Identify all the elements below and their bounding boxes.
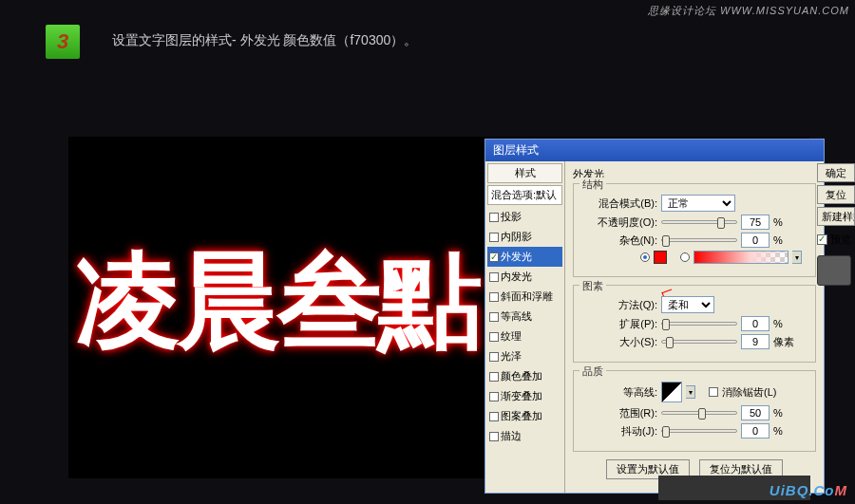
contour-dropdown[interactable]: ▾	[686, 385, 695, 399]
style-checkbox[interactable]	[489, 233, 499, 242]
contour-picker[interactable]	[661, 382, 682, 402]
style-label: 图案叠加	[501, 409, 542, 423]
size-label: 大小(S):	[583, 335, 657, 349]
quality-group: 品质 等高线: ▾ 消除锯齿(L) 范围(R): % 抖动(J):	[573, 370, 816, 452]
gradient-radio[interactable]	[680, 252, 690, 262]
dialog-right-buttons: 确定 复位 新建样式 预览	[817, 163, 855, 286]
opacity-label: 不透明度(O):	[583, 215, 657, 230]
contour-label: 等高线:	[583, 385, 657, 400]
spread-slider[interactable]	[661, 322, 737, 326]
px-unit: 像素	[773, 335, 794, 349]
percent-unit: %	[773, 318, 783, 329]
range-input[interactable]	[741, 405, 770, 420]
percent-unit: %	[773, 425, 783, 437]
style-item-纹理[interactable]: 纹理	[487, 327, 562, 346]
preview-label: 预览	[830, 233, 851, 247]
dialog-title: 图层样式	[485, 140, 824, 161]
jitter-input[interactable]	[741, 423, 770, 439]
style-label: 光泽	[501, 349, 522, 364]
style-item-颜色叠加[interactable]: 颜色叠加	[487, 366, 562, 386]
style-label: 外发光	[501, 250, 532, 264]
opacity-slider[interactable]	[661, 220, 737, 224]
spread-input[interactable]	[741, 316, 770, 331]
spread-label: 扩展(P):	[583, 317, 657, 331]
style-label: 斜面和浮雕	[501, 289, 553, 304]
watermark-bottom: UiBQ.CoM	[770, 482, 847, 498]
style-label: 内阴影	[501, 230, 532, 244]
style-checkbox[interactable]	[489, 412, 499, 421]
style-item-等高线[interactable]: 等高线	[487, 307, 562, 327]
style-checkbox[interactable]	[489, 252, 499, 262]
style-item-描边[interactable]: 描边	[487, 426, 562, 446]
preview-checkbox[interactable]	[817, 234, 827, 245]
elements-group: 图素 方法(Q): 柔和 扩展(P): % 大小(S): 像素	[573, 285, 816, 363]
style-checkbox[interactable]	[489, 352, 499, 362]
style-item-渐变叠加[interactable]: 渐变叠加	[487, 386, 562, 406]
styles-header[interactable]: 样式	[487, 163, 562, 183]
ok-button[interactable]: 确定	[817, 163, 855, 182]
style-label: 渐变叠加	[501, 389, 542, 403]
preview-swatch	[817, 255, 851, 286]
style-checkbox[interactable]	[489, 213, 499, 222]
style-item-外发光[interactable]: 外发光	[487, 247, 562, 267]
step-number-badge: 3	[46, 25, 80, 59]
antialias-label: 消除锯齿(L)	[722, 385, 776, 400]
styles-list: 样式 混合选项:默认 投影内阴影外发光内发光斜面和浮雕等高线纹理光泽颜色叠加渐变…	[485, 161, 565, 493]
layer-style-dialog: 图层样式 样式 混合选项:默认 投影内阴影外发光内发光斜面和浮雕等高线纹理光泽颜…	[484, 139, 825, 494]
method-select[interactable]: 柔和	[661, 296, 714, 313]
antialias-checkbox[interactable]	[709, 387, 718, 397]
watermark-top: 思缘设计论坛 WWW.MISSYUAN.COM	[648, 4, 849, 18]
panel-title: 外发光	[573, 167, 816, 181]
style-item-光泽[interactable]: 光泽	[487, 346, 562, 366]
range-slider[interactable]	[661, 411, 737, 415]
method-label: 方法(Q):	[583, 298, 657, 312]
style-checkbox[interactable]	[489, 372, 499, 382]
style-item-内阴影[interactable]: 内阴影	[487, 227, 562, 247]
jitter-label: 抖动(J):	[583, 424, 657, 439]
step-instruction: 设置文字图层的样式- 外发光 颜色数值（f70300）。	[112, 32, 417, 49]
structure-label: 结构	[580, 177, 606, 192]
new-style-button[interactable]: 新建样式	[817, 207, 855, 226]
style-checkbox[interactable]	[489, 292, 499, 302]
style-item-内发光[interactable]: 内发光	[487, 267, 562, 287]
style-item-投影[interactable]: 投影	[487, 207, 562, 227]
style-label: 等高线	[501, 309, 532, 324]
style-label: 投影	[501, 210, 522, 224]
cancel-button[interactable]: 复位	[817, 185, 855, 204]
style-checkbox[interactable]	[489, 332, 499, 342]
style-label: 纹理	[501, 329, 522, 344]
style-label: 颜色叠加	[501, 369, 542, 383]
outer-glow-panel: 外发光 结构 混合模式(B): 正常 不透明度(O): % 杂色(N):	[565, 161, 824, 493]
style-label: 内发光	[501, 270, 532, 284]
size-slider[interactable]	[661, 340, 737, 344]
noise-label: 杂色(N):	[583, 233, 657, 248]
blend-mode-label: 混合模式(B):	[583, 196, 657, 211]
blend-mode-select[interactable]: 正常	[661, 195, 735, 212]
percent-unit: %	[773, 407, 783, 419]
noise-slider[interactable]	[661, 238, 737, 242]
gradient-preview[interactable]	[694, 251, 788, 264]
structure-group: 结构 混合模式(B): 正常 不透明度(O): % 杂色(N): %	[573, 183, 816, 277]
percent-unit: %	[773, 234, 783, 246]
style-checkbox[interactable]	[489, 272, 499, 282]
blend-options-header[interactable]: 混合选项:默认	[487, 185, 562, 205]
range-label: 范围(R):	[583, 406, 657, 420]
size-input[interactable]	[741, 334, 770, 349]
style-checkbox[interactable]	[489, 312, 499, 322]
opacity-input[interactable]	[741, 215, 770, 230]
color-swatch[interactable]	[654, 251, 667, 264]
color-radio[interactable]	[640, 252, 650, 262]
style-item-斜面和浮雕[interactable]: 斜面和浮雕	[487, 287, 562, 307]
style-item-图案叠加[interactable]: 图案叠加	[487, 406, 562, 426]
style-label: 描边	[501, 429, 522, 443]
quality-label: 品质	[580, 364, 606, 379]
percent-unit: %	[773, 216, 783, 228]
elements-label: 图素	[580, 279, 606, 293]
glow-text-preview: 凌晨叁點	[76, 232, 479, 373]
style-checkbox[interactable]	[489, 432, 499, 441]
gradient-dropdown[interactable]: ▾	[792, 251, 802, 264]
style-checkbox[interactable]	[489, 392, 499, 401]
noise-input[interactable]	[741, 233, 770, 248]
jitter-slider[interactable]	[661, 429, 737, 433]
